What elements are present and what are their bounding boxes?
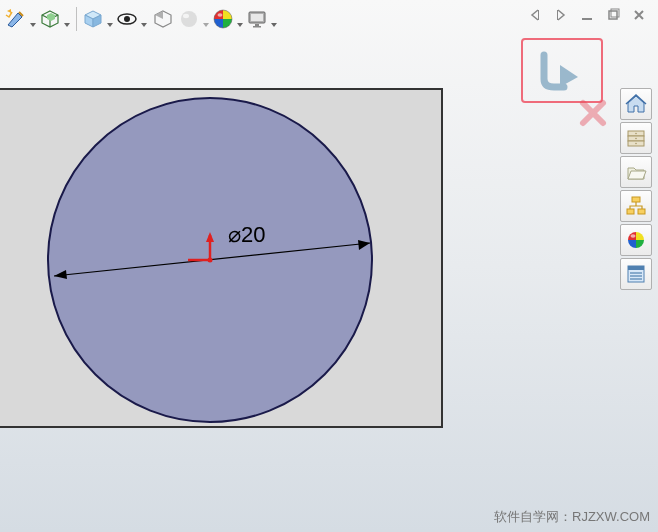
rebuild-button[interactable] [4,5,38,33]
section-view-icon [151,7,175,31]
chevron-down-icon [30,23,36,27]
monitor-icon [245,7,269,31]
cube-view-button[interactable] [81,5,115,33]
chevron-down-icon [107,23,113,27]
svg-point-34 [631,234,636,238]
svg-rect-36 [628,266,644,270]
svg-point-1 [124,16,130,22]
right-sidebar [620,88,652,290]
svg-point-2 [181,11,197,27]
eye-display-button[interactable] [115,5,149,33]
svg-point-25 [635,143,637,145]
svg-point-42 [208,258,213,263]
chevron-down-icon [271,23,277,27]
svg-rect-13 [255,24,259,26]
design-library-button[interactable] [620,122,652,154]
view-palette-button[interactable] [620,190,652,222]
svg-rect-33 [636,240,644,248]
chevron-down-icon [141,23,147,27]
sphere-icon [177,7,201,31]
eye-display-icon [115,7,139,31]
svg-rect-28 [638,209,645,214]
list-panel-icon [625,263,647,285]
svg-point-23 [635,133,637,135]
minimize-button[interactable] [580,8,594,22]
svg-rect-12 [251,14,263,21]
cube-view-icon [81,7,105,31]
diameter-label: ⌀20 [228,222,265,247]
close-button[interactable] [632,8,646,22]
drawers-icon [625,127,647,149]
svg-rect-15 [538,10,539,20]
appearances-button[interactable] [620,224,652,256]
svg-rect-19 [611,9,619,17]
prev-window-button[interactable] [528,8,542,22]
org-chart-icon [625,195,647,217]
window-controls [528,8,646,22]
next-window-button[interactable] [554,8,568,22]
section-view-button[interactable] [149,5,177,33]
svg-point-24 [635,138,637,140]
custom-properties-button[interactable] [620,258,652,290]
appearance-icon [211,7,235,31]
open-folder-icon [625,161,647,183]
monitor-button[interactable] [245,5,279,33]
chevron-down-icon [203,23,209,27]
exit-sketch-icon[interactable] [532,45,592,97]
exit-sketch-highlight [521,38,603,103]
watermark-text: 软件自学网：RJZXW.COM [494,508,650,526]
svg-rect-31 [636,232,644,240]
isometric-view-icon [38,7,62,31]
svg-rect-14 [253,26,261,28]
toolbar-separator [76,7,77,31]
home-icon [625,93,647,115]
svg-rect-16 [557,10,558,20]
home-button[interactable] [620,88,652,120]
svg-rect-32 [628,240,636,248]
restore-button[interactable] [606,8,620,22]
sketch-canvas[interactable]: ⌀20 [0,88,443,428]
cancel-sketch-icon[interactable] [578,98,608,132]
sphere-button[interactable] [177,5,211,33]
chevron-down-icon [64,23,70,27]
svg-rect-26 [632,197,640,202]
rebuild-icon [4,7,28,31]
isometric-view-button[interactable] [38,5,72,33]
file-explorer-button[interactable] [620,156,652,188]
svg-point-10 [218,13,223,17]
appearance-button[interactable] [211,5,245,33]
svg-rect-17 [582,18,592,20]
color-ball-icon [625,229,647,251]
svg-rect-18 [609,11,617,19]
svg-point-3 [183,14,189,18]
sketch-svg: ⌀20 [0,90,443,430]
svg-rect-27 [627,209,634,214]
chevron-down-icon [237,23,243,27]
